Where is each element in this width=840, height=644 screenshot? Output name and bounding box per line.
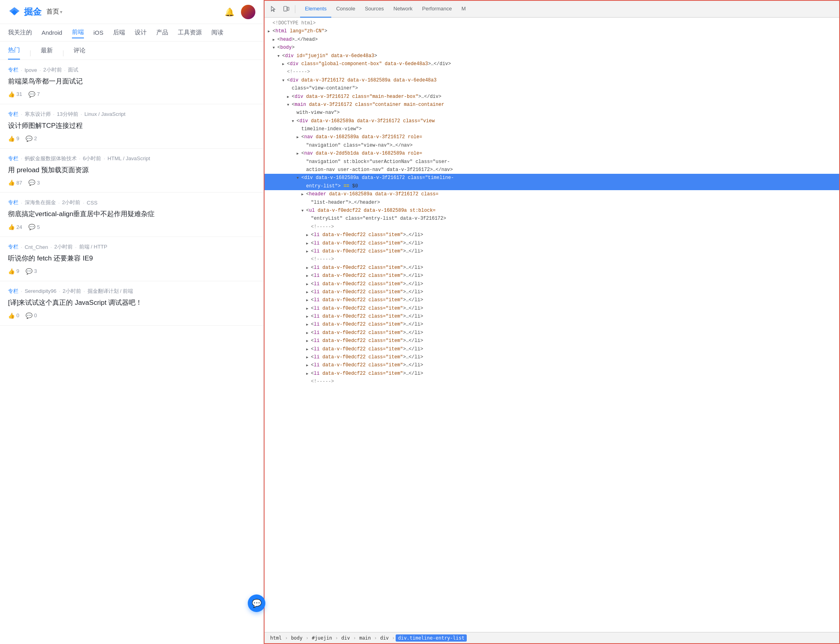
category-item[interactable]: 后端: [113, 27, 125, 38]
device-icon[interactable]: [281, 4, 292, 15]
triangle-closed[interactable]: [305, 304, 310, 312]
article-item[interactable]: 专栏 · 蚂蚁金服数据体验技术 · 6小时前 ·HTML / JavaScrip…: [0, 149, 263, 193]
nav-home-btn[interactable]: 首页: [46, 8, 59, 16]
breadcrumb-item[interactable]: body: [289, 634, 305, 642]
dom-line[interactable]: <li data-v-f0edcf22 class="item">…</li>: [265, 280, 839, 288]
inspect-icon[interactable]: [268, 4, 279, 15]
dom-line[interactable]: <div data-v-1682589a data-v-3f216172 cla…: [265, 174, 839, 182]
breadcrumb-item[interactable]: #juejin: [309, 634, 334, 642]
triangle-closed[interactable]: [305, 288, 310, 296]
triangle-closed[interactable]: [305, 264, 310, 272]
dom-line[interactable]: <li data-v-f0edcf22 class="item">…</li>: [265, 361, 839, 369]
devtools-tab-sources[interactable]: Sources: [360, 1, 389, 18]
tab-item[interactable]: 评论: [74, 47, 86, 59]
triangle-closed[interactable]: [300, 190, 305, 198]
triangle-open[interactable]: [271, 44, 277, 52]
breadcrumb-item[interactable]: div: [339, 634, 352, 642]
dom-line[interactable]: <li data-v-f0edcf22 class="item">…</li>: [265, 272, 839, 280]
triangle-closed[interactable]: [305, 280, 310, 288]
dom-line[interactable]: <header data-v-1682589a data-v-3f216172 …: [265, 190, 839, 198]
devtools-tab-m[interactable]: M: [457, 1, 471, 18]
dom-line[interactable]: <div id="juejin" data-v-6ede48a3>: [265, 52, 839, 60]
breadcrumb-item[interactable]: div.timeline-entry-list: [396, 634, 467, 642]
article-item[interactable]: 专栏 · Cnt_Chen · 2小时前 ·前端 / HTTP 听说你的 fet…: [0, 237, 263, 281]
nav-home-arrow[interactable]: ▾: [60, 9, 62, 15]
triangle-closed[interactable]: [295, 149, 301, 157]
triangle-closed[interactable]: [305, 353, 310, 361]
tab-item[interactable]: 热门: [8, 46, 20, 60]
dom-line[interactable]: <div data-v-3f216172 class="main-header-…: [265, 93, 839, 101]
devtools-tab-console[interactable]: Console: [331, 1, 360, 18]
dom-line[interactable]: <!----->: [265, 223, 839, 231]
dom-line[interactable]: "entryList" class="entry-list" data-v-3f…: [265, 215, 839, 223]
triangle-open[interactable]: [290, 117, 296, 125]
dom-line[interactable]: "list-header">…</header>: [265, 199, 839, 207]
triangle-closed[interactable]: [305, 239, 310, 247]
devtools-content[interactable]: <!DOCTYPE html><html lang="zh-CN"><head>…: [265, 18, 839, 632]
dom-line[interactable]: with-view-nav">: [265, 109, 839, 117]
category-item[interactable]: 阅读: [211, 27, 223, 38]
dom-line[interactable]: <li data-v-f0edcf22 class="item">…</li>: [265, 329, 839, 337]
triangle-closed[interactable]: [305, 231, 310, 239]
dom-line[interactable]: <li data-v-f0edcf22 class="item">…</li>: [265, 312, 839, 320]
dom-line[interactable]: <nav data-v-2dd5b1da data-v-1682589a rol…: [265, 149, 839, 157]
dom-line[interactable]: <li data-v-f0edcf22 class="item">…</li>: [265, 239, 839, 247]
logo-area[interactable]: 掘金: [8, 6, 42, 18]
article-item[interactable]: 专栏 · Serendipity96 · 2小时前 ·掘金翻译计划 / 前端 […: [0, 281, 263, 326]
triangle-closed[interactable]: [271, 36, 277, 44]
dom-line[interactable]: <li data-v-f0edcf22 class="item">…</li>: [265, 247, 839, 255]
dom-line[interactable]: <!----->: [265, 255, 839, 263]
dom-line[interactable]: class="view-container">: [265, 84, 839, 92]
devtools-tab-performance[interactable]: Performance: [417, 1, 456, 18]
breadcrumb-item[interactable]: div: [378, 634, 391, 642]
dom-line[interactable]: timeline-index-view">: [265, 125, 839, 133]
dom-line[interactable]: <div data-v-1682589a data-v-3f216172 cla…: [265, 117, 839, 125]
dom-line[interactable]: <li data-v-f0edcf22 class="item">…</li>: [265, 264, 839, 272]
dom-line[interactable]: <div data-v-3f216172 data-v-1682589a dat…: [265, 76, 839, 84]
breadcrumb-item[interactable]: html: [268, 634, 284, 642]
category-item[interactable]: 我关注的: [8, 27, 32, 38]
category-item[interactable]: 设计: [135, 27, 147, 38]
triangle-closed[interactable]: [305, 312, 310, 320]
dom-line[interactable]: <main data-v-3f216172 class="container m…: [265, 101, 839, 109]
dom-line[interactable]: <li data-v-f0edcf22 class="item">…</li>: [265, 288, 839, 296]
dom-line[interactable]: <!----->: [265, 68, 839, 76]
devtools-tab-elements[interactable]: Elements: [300, 1, 331, 18]
category-item[interactable]: Android: [42, 28, 62, 38]
bell-icon[interactable]: 🔔: [225, 7, 235, 17]
triangle-closed[interactable]: [266, 27, 272, 35]
tab-item[interactable]: 最新: [41, 47, 53, 59]
article-item[interactable]: 专栏 · lpove · 2小时前 ·面试 前端菜鸟帝都一月面试记 👍31 💬7: [0, 60, 263, 104]
triangle-closed[interactable]: [305, 370, 310, 378]
dom-line[interactable]: <li data-v-f0edcf22 class="item">…</li>: [265, 304, 839, 312]
dom-line[interactable]: <li data-v-f0edcf22 class="item">…</li>: [265, 337, 839, 345]
triangle-open[interactable]: [295, 174, 301, 182]
triangle-closed[interactable]: [305, 337, 310, 345]
triangle-closed[interactable]: [305, 272, 310, 280]
dom-line[interactable]: <li data-v-f0edcf22 class="item">…</li>: [265, 231, 839, 239]
triangle-closed[interactable]: [281, 60, 286, 68]
breadcrumb-item[interactable]: main: [357, 634, 373, 642]
triangle-open[interactable]: [300, 207, 305, 215]
dom-line[interactable]: <head>…</head>: [265, 36, 839, 44]
triangle-closed[interactable]: [305, 361, 310, 369]
dom-line[interactable]: <nav data-v-1682589a data-v-3f216172 rol…: [265, 133, 839, 141]
category-item[interactable]: 工具资源: [178, 27, 202, 38]
triangle-closed[interactable]: [305, 320, 310, 328]
dom-line[interactable]: "navigation" class="view-nav">…</nav>: [265, 141, 839, 149]
dom-line[interactable]: <!----->: [265, 378, 839, 386]
category-item[interactable]: 前端: [72, 27, 84, 38]
dom-line[interactable]: entry-list"> == $0: [265, 182, 839, 190]
dom-line[interactable]: <div class="global-component-box" data-v…: [265, 60, 839, 68]
triangle-closed[interactable]: [305, 247, 310, 255]
triangle-closed[interactable]: [305, 296, 310, 304]
category-item[interactable]: iOS: [94, 28, 104, 38]
dom-line[interactable]: "navigation" st:block="userActionNav" cl…: [265, 158, 839, 166]
user-avatar[interactable]: [241, 5, 255, 19]
dom-line[interactable]: <li data-v-f0edcf22 class="item">…</li>: [265, 320, 839, 328]
dom-line[interactable]: <li data-v-f0edcf22 class="item">…</li>: [265, 296, 839, 304]
category-item[interactable]: 产品: [156, 27, 168, 38]
article-item[interactable]: 专栏 · 寒东设计师 · 13分钟前 ·Linux / JavaScript 设…: [0, 104, 263, 149]
dom-line[interactable]: <li data-v-f0edcf22 class="item">…</li>: [265, 345, 839, 353]
dom-line[interactable]: <li data-v-f0edcf22 class="item">…</li>: [265, 353, 839, 361]
